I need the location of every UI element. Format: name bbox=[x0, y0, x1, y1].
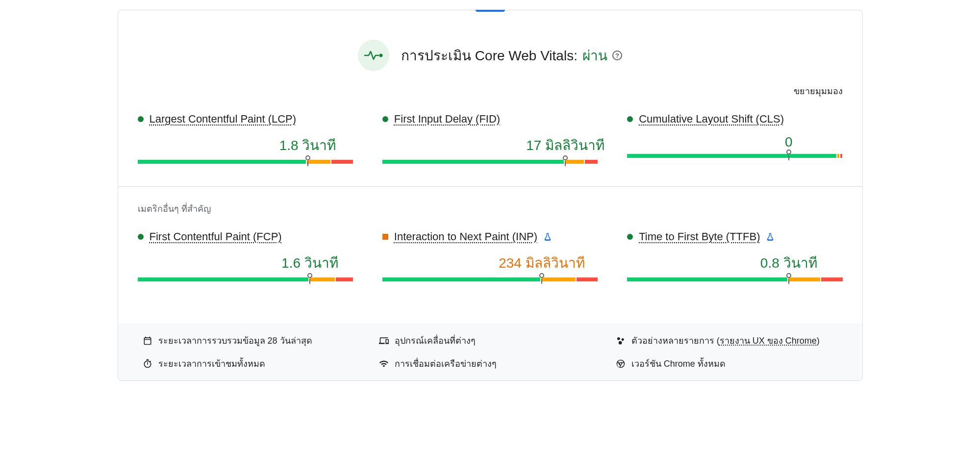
other-metric-1: Interaction to Next Paint (INP) 234 มิลล… bbox=[382, 230, 598, 289]
distribution-bar bbox=[138, 277, 353, 289]
metric-name-link[interactable]: Largest Contentful Paint (LCP) bbox=[150, 113, 297, 126]
bar-good bbox=[382, 160, 564, 164]
assessment-status: ผ่าน bbox=[582, 45, 607, 66]
metric-name-link[interactable]: Interaction to Next Paint (INP) bbox=[394, 230, 537, 243]
stopwatch-icon bbox=[143, 359, 152, 369]
status-indicator bbox=[627, 116, 633, 122]
status-indicator bbox=[138, 234, 144, 240]
status-indicator bbox=[382, 234, 388, 240]
metric-value: 17 มิลลิวินาที bbox=[382, 134, 598, 156]
metric-title-row: Interaction to Next Paint (INP) bbox=[382, 230, 598, 243]
bar-good bbox=[382, 277, 540, 281]
bar-needs-improvement bbox=[309, 277, 335, 281]
network-icon bbox=[379, 359, 389, 369]
percentile-marker bbox=[305, 155, 310, 160]
active-tab-indicator bbox=[476, 10, 505, 12]
metric-value: 0 bbox=[627, 134, 842, 150]
metric-name-link[interactable]: First Input Delay (FID) bbox=[394, 113, 500, 126]
distribution-bar bbox=[382, 160, 598, 172]
metric-value: 234 มิลลิวินาที bbox=[382, 252, 598, 274]
metric-title-row: First Contentful Paint (FCP) bbox=[138, 230, 353, 243]
divider bbox=[118, 186, 862, 187]
core-metrics-grid: Largest Contentful Paint (LCP) 1.8 วินาท… bbox=[138, 113, 843, 186]
metric-value: 1.8 วินาที bbox=[138, 134, 353, 156]
distribution-bar bbox=[138, 160, 353, 172]
bar-poor bbox=[331, 160, 353, 164]
distribution-bar bbox=[382, 277, 598, 289]
crux-report-link[interactable]: รายงาน UX ของ Chrome bbox=[720, 336, 817, 346]
metric-name-link[interactable]: Cumulative Layout Shift (CLS) bbox=[639, 113, 784, 126]
svg-point-2 bbox=[621, 338, 624, 341]
bar-poor bbox=[821, 277, 843, 281]
metric-title-row: Largest Contentful Paint (LCP) bbox=[138, 113, 353, 126]
distribution-bar bbox=[627, 154, 842, 166]
footer-collection-period: ระยะเวลาการรวบรวมข้อมูล 28 วันล่าสุด bbox=[143, 333, 365, 348]
metric-value: 0.8 วินาที bbox=[627, 252, 842, 274]
footer-chrome: เวอร์ชัน Chrome ทั้งหมด bbox=[616, 356, 838, 371]
footer-info: ระยะเวลาการรวบรวมข้อมูล 28 วันล่าสุด อุป… bbox=[118, 324, 862, 380]
experimental-icon bbox=[766, 232, 775, 241]
title-prefix: การประเมิน Core Web Vitals: bbox=[401, 45, 578, 66]
metric-title-row: Cumulative Layout Shift (CLS) bbox=[627, 113, 842, 126]
status-indicator bbox=[382, 116, 388, 122]
bar-needs-improvement bbox=[541, 277, 576, 281]
bar-poor bbox=[840, 154, 842, 158]
expand-view-link[interactable]: ขยายมุมมอง bbox=[138, 81, 843, 113]
bar-good bbox=[627, 277, 787, 281]
metric-name-link[interactable]: Time to First Byte (TTFB) bbox=[639, 230, 760, 243]
metric-value: 1.6 วินาที bbox=[138, 252, 353, 274]
core-metric-2: Cumulative Layout Shift (CLS) 0 bbox=[627, 113, 842, 172]
svg-point-3 bbox=[619, 341, 622, 344]
percentile-marker bbox=[307, 273, 312, 278]
vitals-card: การประเมิน Core Web Vitals: ผ่าน ? ขยายม… bbox=[118, 10, 863, 381]
assessment-header: การประเมิน Core Web Vitals: ผ่าน ? bbox=[138, 10, 843, 81]
other-metrics-grid: First Contentful Paint (FCP) 1.6 วินาที … bbox=[138, 230, 843, 304]
devices-icon bbox=[379, 336, 389, 346]
vitals-icon bbox=[358, 40, 389, 71]
bar-good bbox=[627, 154, 836, 158]
other-metrics-label: เมตริกอื่นๆ ที่สำคัญ bbox=[138, 201, 843, 216]
footer-samples: ตัวอย่างหลายรายการ (รายงาน UX ของ Chrome… bbox=[616, 333, 838, 348]
bar-good bbox=[138, 277, 308, 281]
metric-title-row: First Input Delay (FID) bbox=[382, 113, 598, 126]
samples-icon bbox=[616, 336, 626, 346]
status-indicator bbox=[138, 116, 144, 122]
percentile-marker bbox=[786, 150, 791, 154]
svg-point-1 bbox=[617, 337, 620, 340]
bar-needs-improvement bbox=[307, 160, 330, 164]
distribution-bar bbox=[627, 277, 842, 289]
bar-poor bbox=[577, 277, 598, 281]
footer-network: การเชื่อมต่อเครือข่ายต่างๆ bbox=[379, 356, 601, 371]
chrome-icon bbox=[616, 359, 626, 369]
metric-name-link[interactable]: First Contentful Paint (FCP) bbox=[150, 230, 282, 243]
footer-visits: ระยะเวลาการเข้าชมทั้งหมด bbox=[143, 356, 365, 371]
help-icon[interactable]: ? bbox=[612, 50, 622, 60]
other-metric-0: First Contentful Paint (FCP) 1.6 วินาที bbox=[138, 230, 353, 289]
svg-point-0 bbox=[379, 54, 383, 57]
calendar-icon bbox=[143, 336, 152, 346]
bar-needs-improvement bbox=[565, 160, 584, 164]
experimental-icon bbox=[543, 232, 552, 241]
status-indicator bbox=[627, 234, 633, 240]
bar-poor bbox=[336, 277, 353, 281]
bar-good bbox=[138, 160, 306, 164]
other-metric-2: Time to First Byte (TTFB) 0.8 วินาที bbox=[627, 230, 842, 289]
percentile-marker bbox=[786, 273, 791, 278]
bar-needs-improvement bbox=[788, 277, 820, 281]
percentile-marker bbox=[563, 155, 568, 160]
footer-devices: อุปกรณ์เคลื่อนที่ต่างๆ bbox=[379, 333, 601, 348]
bar-poor bbox=[585, 160, 598, 164]
bar-needs-improvement bbox=[837, 154, 839, 158]
assessment-title: การประเมิน Core Web Vitals: ผ่าน ? bbox=[401, 45, 622, 66]
metric-title-row: Time to First Byte (TTFB) bbox=[627, 230, 842, 243]
core-metric-0: Largest Contentful Paint (LCP) 1.8 วินาท… bbox=[138, 113, 353, 172]
percentile-marker bbox=[539, 273, 544, 278]
core-metric-1: First Input Delay (FID) 17 มิลลิวินาที bbox=[382, 113, 598, 172]
